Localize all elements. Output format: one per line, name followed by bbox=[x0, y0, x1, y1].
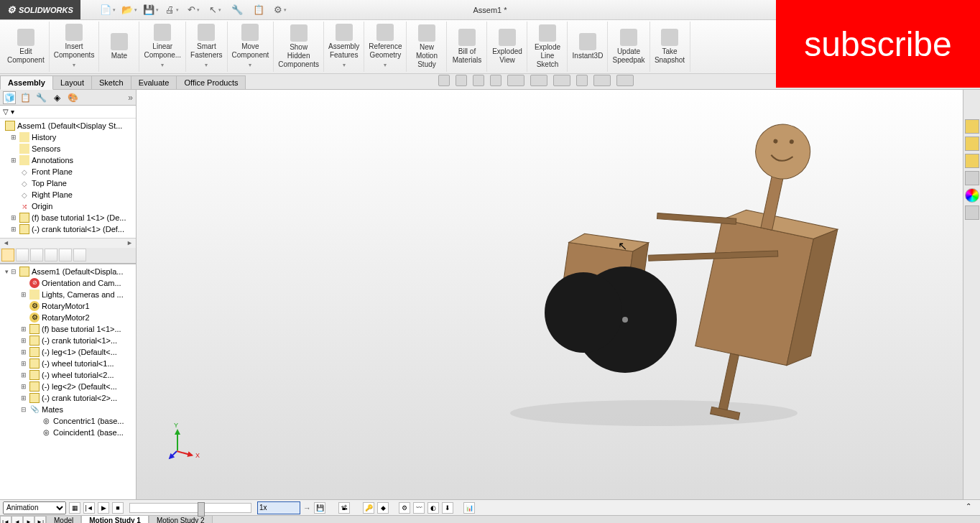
previous-view-icon[interactable] bbox=[473, 75, 484, 86]
play-start-icon[interactable]: |◄ bbox=[83, 502, 95, 514]
select-icon[interactable]: ↖ bbox=[210, 4, 221, 16]
ribbon-insert-button[interactable]: Insert Components bbox=[50, 22, 100, 72]
tree-item[interactable]: ⊞Lights, Cameras and ... bbox=[0, 289, 136, 300]
collapse-icon[interactable]: ▾ bbox=[3, 268, 10, 275]
feature-manager-tab-icon[interactable]: 🧊 bbox=[3, 91, 16, 104]
motion-tree-root[interactable]: ▾ ⊟ Assem1 (Default<Displa... bbox=[0, 266, 136, 277]
spring-icon[interactable]: 〰 bbox=[413, 502, 425, 514]
tab-sketch[interactable]: Sketch bbox=[91, 75, 131, 89]
display-manager-tab-icon[interactable]: 🎨 bbox=[66, 91, 79, 104]
new-doc-icon[interactable]: 📄 bbox=[102, 4, 114, 16]
expand-icon[interactable]: ⊞ bbox=[20, 348, 27, 356]
edit-appearance-icon[interactable] bbox=[576, 75, 588, 86]
tree-hscroll[interactable]: ◄► bbox=[0, 238, 136, 248]
tree-item[interactable]: ◇Front Plane bbox=[0, 166, 136, 177]
save-icon[interactable]: 💾 bbox=[145, 4, 157, 16]
tree-item[interactable]: ⊞(-) leg<2> (Default<... bbox=[0, 381, 136, 392]
file-explorer-icon[interactable] bbox=[965, 154, 979, 168]
display-style-icon[interactable] bbox=[530, 75, 547, 86]
ribbon-move-button[interactable]: Move Component bbox=[228, 22, 274, 72]
tree-item[interactable]: ⊞(-) crank tutorial<1>... bbox=[0, 335, 136, 346]
bottom-tab-motion-study-2[interactable]: Motion Study 2 bbox=[149, 516, 213, 523]
expand-icon[interactable]: ⊞ bbox=[10, 214, 17, 221]
gravity-icon[interactable]: ⬇ bbox=[442, 502, 453, 514]
tab-layout[interactable]: Layout bbox=[52, 75, 92, 89]
ribbon-assembly-button[interactable]: Assembly Features bbox=[324, 22, 364, 72]
expand-icon[interactable]: ⊞ bbox=[10, 134, 17, 141]
view-settings-icon[interactable] bbox=[616, 75, 634, 86]
play-icon[interactable]: ▶ bbox=[98, 502, 109, 514]
tree-item[interactable]: ◇Top Plane bbox=[0, 177, 136, 189]
save-animation-icon[interactable]: 💾 bbox=[314, 502, 325, 514]
expand-icon[interactable]: ⊞ bbox=[20, 371, 27, 379]
ribbon-billof-button[interactable]: Bill of Materials bbox=[447, 22, 487, 72]
ribbon-mate-button[interactable]: Mate bbox=[99, 22, 139, 72]
playback-speed-input[interactable] bbox=[257, 501, 300, 514]
tab-last-icon[interactable]: ►| bbox=[34, 516, 46, 523]
add-key-icon[interactable]: ◆ bbox=[377, 502, 389, 514]
dimxpert-tab-icon[interactable]: ◈ bbox=[50, 91, 63, 104]
tree-item[interactable]: ◎Coincident1 (base... bbox=[0, 427, 136, 438]
filter-2-icon[interactable] bbox=[16, 249, 29, 262]
ribbon-linear-button[interactable]: Linear Compone... bbox=[139, 22, 186, 72]
tree-item[interactable]: ⊞(-) wheel tutorial<1... bbox=[0, 358, 136, 369]
expand-icon[interactable]: ⊞ bbox=[20, 325, 27, 333]
tree-item[interactable]: ◎Concentric1 (base... bbox=[0, 415, 136, 427]
options-icon[interactable]: 📋 bbox=[253, 4, 264, 16]
collapse-timeline-icon[interactable]: ⌃ bbox=[966, 502, 977, 514]
tree-item[interactable]: ⊟📎Mates bbox=[0, 404, 136, 415]
appearances-icon[interactable] bbox=[965, 188, 979, 203]
expand-icon[interactable]: ⊞ bbox=[20, 383, 27, 390]
tree-item[interactable]: ⊞(-) crank tutorial<2>... bbox=[0, 392, 136, 404]
design-library-icon[interactable] bbox=[965, 136, 979, 151]
tab-prev-icon[interactable]: ◄ bbox=[11, 516, 23, 523]
contact-icon[interactable]: ◐ bbox=[427, 502, 439, 514]
tree-item[interactable]: ⊞(f) base tutorial 1<1> (De... bbox=[0, 212, 136, 223]
filter-1-icon[interactable] bbox=[1, 249, 14, 262]
tab-next-icon[interactable]: ► bbox=[23, 516, 34, 523]
rebuild-icon[interactable]: 🔧 bbox=[231, 4, 243, 16]
zoom-fit-icon[interactable] bbox=[438, 75, 450, 86]
tree-item[interactable]: ⚙RotaryMotor2 bbox=[0, 312, 136, 323]
tree-item[interactable]: ⊞Annotations bbox=[0, 154, 136, 166]
view-palette-icon[interactable] bbox=[965, 171, 979, 185]
ribbon-take-button[interactable]: Take Snapshot bbox=[650, 22, 690, 72]
tab-office-products[interactable]: Office Products bbox=[176, 75, 246, 89]
solidworks-resources-icon[interactable] bbox=[965, 119, 979, 134]
settings-icon[interactable]: ⚙ bbox=[274, 4, 286, 16]
filter-5-icon[interactable] bbox=[59, 249, 72, 262]
expand-box-icon[interactable]: ⊟ bbox=[10, 268, 17, 275]
ribbon-instantd-button[interactable]: Instant3D bbox=[568, 22, 608, 72]
ribbon-update-button[interactable]: Update Speedpak bbox=[608, 22, 650, 72]
motor-icon[interactable]: ⚙ bbox=[399, 502, 410, 514]
print-icon[interactable]: 🖨 bbox=[167, 4, 178, 16]
autokey-icon[interactable]: 🔑 bbox=[363, 502, 374, 514]
expand-icon[interactable]: ⊞ bbox=[20, 360, 27, 367]
ribbon-show-button[interactable]: Show Hidden Components bbox=[274, 22, 324, 72]
tree-item[interactable]: ⊞History bbox=[0, 131, 136, 143]
stop-icon[interactable]: ■ bbox=[112, 502, 124, 514]
ribbon-reference-button[interactable]: Reference Geometry bbox=[364, 22, 407, 72]
ribbon-new-button[interactable]: New Motion Study bbox=[407, 22, 447, 72]
ribbon-smart-button[interactable]: Smart Fasteners bbox=[186, 22, 227, 72]
ribbon-edit-button[interactable]: Edit Component bbox=[3, 22, 50, 72]
undo-icon[interactable]: ↶ bbox=[188, 4, 200, 16]
expand-icon[interactable]: ⊞ bbox=[20, 337, 27, 344]
tree-item[interactable]: ⚙RotaryMotor1 bbox=[0, 300, 136, 312]
filter-4-icon[interactable] bbox=[45, 249, 57, 262]
custom-properties-icon[interactable] bbox=[965, 205, 979, 220]
property-manager-tab-icon[interactable]: 📋 bbox=[19, 91, 32, 104]
configuration-manager-tab-icon[interactable]: 🔧 bbox=[34, 91, 47, 104]
filter-3-icon[interactable] bbox=[30, 249, 43, 262]
bottom-tab-motion-study-1[interactable]: Motion Study 1 bbox=[81, 516, 149, 523]
tree-item[interactable]: ⤭Origin bbox=[0, 200, 136, 212]
tree-item[interactable]: ⊘Orientation and Cam... bbox=[0, 277, 136, 289]
animation-wizard-icon[interactable]: 📽 bbox=[338, 502, 350, 514]
ribbon-exploded-button[interactable]: Exploded View bbox=[487, 22, 527, 72]
zoom-area-icon[interactable] bbox=[456, 75, 467, 86]
panel-expand-icon[interactable]: » bbox=[128, 93, 133, 103]
tree-item[interactable]: Sensors bbox=[0, 143, 136, 154]
ribbon-explode-button[interactable]: Explode Line Sketch bbox=[527, 22, 568, 72]
expand-icon[interactable]: ⊞ bbox=[20, 394, 27, 402]
tree-filter[interactable]: ▽ ▾ bbox=[0, 106, 136, 119]
